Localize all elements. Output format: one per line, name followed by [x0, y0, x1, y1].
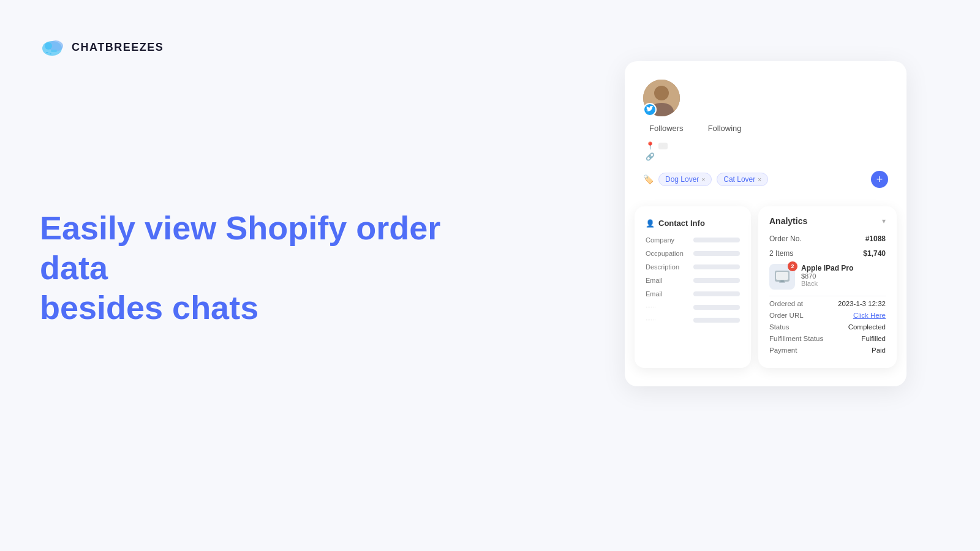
hero-headline: Easily view Shopify order data besides c…	[40, 208, 456, 327]
follow-stats: Followers Following	[649, 124, 888, 133]
ordered-at-row: Ordered at 2023-1-3 12:32	[769, 300, 886, 307]
contact-email2-bar	[693, 291, 740, 296]
contact-panel: 👤 Contact Info Company Occpupation Descr…	[635, 206, 751, 368]
svg-rect-11	[776, 272, 788, 280]
location-icon: 📍	[646, 141, 655, 150]
contact-icon: 👤	[646, 219, 655, 228]
main-card: Followers Following 📍 · 🔗 🏷️ Dog Lover ×…	[625, 61, 907, 386]
followers-stat: Followers	[649, 124, 684, 133]
analytics-title: Analytics	[769, 216, 807, 226]
analytics-header: Analytics ▾	[769, 216, 886, 226]
analytics-panel: Analytics ▾ Order No. #1088 2 Items $1,7…	[758, 206, 897, 368]
location-value: ·	[658, 143, 668, 149]
product-row: 2 Apple IPad Pro $870 Black	[769, 264, 886, 290]
contact-occupation-bar	[693, 251, 740, 256]
contact-company: Company	[646, 236, 740, 244]
contact-company-bar	[693, 238, 740, 242]
logo-icon	[40, 34, 67, 61]
twitter-badge	[643, 103, 657, 116]
location-row: 📍 ·	[646, 141, 888, 150]
tag-dog-lover-remove[interactable]: ×	[701, 176, 705, 183]
order-number-row: Order No. #1088	[769, 234, 886, 243]
tag-dog-lover[interactable]: Dog Lover ×	[658, 173, 712, 186]
hero-section: Easily view Shopify order data besides c…	[40, 208, 456, 327]
logo-text: CHATBREEZES	[72, 41, 164, 54]
svg-rect-12	[780, 280, 784, 282]
product-name: Apple IPad Pro	[801, 264, 886, 272]
tag-icon: 🏷️	[643, 174, 654, 184]
product-image: 2	[769, 264, 795, 290]
contact-extra2-bar	[693, 318, 740, 323]
order-url-link[interactable]: Click Here	[853, 312, 886, 319]
fulfillment-row: Fulfillment Status Fulfilled	[769, 335, 886, 342]
tag-cat-lover[interactable]: Cat Lover ×	[717, 173, 768, 186]
product-quantity-badge: 2	[788, 261, 797, 271]
divider1	[769, 296, 886, 296]
profile-meta: 📍 · 🔗	[646, 141, 888, 161]
tag-cat-lover-remove[interactable]: ×	[758, 176, 761, 183]
contact-panel-title: 👤 Contact Info	[646, 219, 740, 228]
contact-email1-bar	[693, 278, 740, 283]
svg-point-8	[654, 86, 669, 100]
items-row: 2 Items $1,740	[769, 249, 886, 258]
link-row: 🔗	[646, 152, 888, 161]
contact-description-bar	[693, 264, 740, 269]
payment-row: Payment Paid	[769, 347, 886, 354]
svg-rect-13	[779, 282, 785, 283]
status-row: Status Complected	[769, 323, 886, 331]
svg-rect-4	[46, 52, 48, 53]
svg-rect-5	[50, 53, 51, 54]
svg-point-2	[45, 42, 52, 50]
add-tag-button[interactable]: +	[871, 171, 888, 188]
panels-row: 👤 Contact Info Company Occpupation Descr…	[625, 206, 907, 368]
logo: CHATBREEZES	[40, 34, 164, 61]
contact-email2: Email	[646, 290, 740, 298]
product-color: Black	[801, 280, 886, 287]
contact-email1: Email	[646, 277, 740, 284]
link-icon: 🔗	[646, 152, 655, 161]
product-price: $870	[801, 272, 886, 280]
product-info: Apple IPad Pro $870 Black	[801, 264, 886, 287]
contact-extra2: ······	[646, 317, 740, 323]
tags-row: 🏷️ Dog Lover × Cat Lover × +	[643, 171, 888, 188]
contact-occupation: Occpupation	[646, 250, 740, 257]
contact-extra1: ······	[646, 304, 740, 310]
profile-section: Followers Following 📍 · 🔗 🏷️ Dog Lover ×…	[625, 61, 907, 200]
order-url-row: Order URL Click Here	[769, 312, 886, 319]
following-stat: Following	[708, 124, 742, 133]
analytics-chevron-icon[interactable]: ▾	[882, 217, 886, 225]
contact-extra1-bar	[693, 305, 740, 310]
contact-description: Description	[646, 263, 740, 271]
avatar-wrapper	[643, 80, 680, 116]
svg-rect-3	[51, 50, 57, 52]
